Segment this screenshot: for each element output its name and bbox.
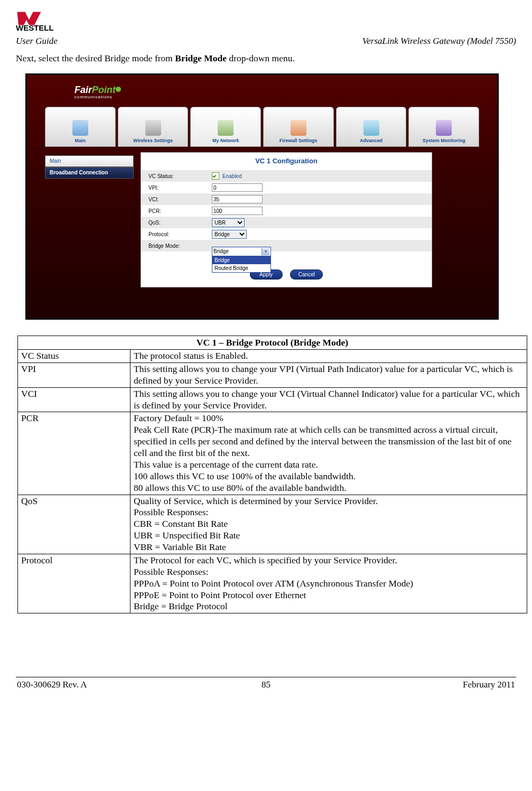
vpi-input[interactable] (212, 183, 263, 192)
protocol-label: Protocol: (141, 231, 212, 237)
firewall-icon (291, 120, 306, 136)
tab-label: My Network (212, 138, 239, 143)
router-ui-screenshot: FairPoint communications Main Wireless S… (25, 73, 499, 320)
intro-text: Next, select the desired Bridge mode fro… (16, 53, 516, 64)
tab-my-network[interactable]: My Network (190, 107, 261, 147)
qos-select[interactable]: UBR (212, 218, 245, 227)
tab-firewall[interactable]: Firewall Settings (263, 107, 334, 147)
vc-status-checkbox[interactable] (212, 172, 219, 180)
advanced-icon (363, 120, 379, 136)
footer-page-number: 85 (16, 680, 516, 690)
bridge-mode-option-routed[interactable]: Routed Bridge (212, 264, 270, 272)
table-row: VCIThis setting allows you to change you… (18, 387, 527, 412)
wireless-icon (145, 120, 161, 136)
tab-wireless[interactable]: Wireless Settings (118, 107, 189, 147)
vci-input[interactable] (212, 195, 263, 203)
doc-header-left: User Guide (16, 36, 58, 46)
westell-logo: WESTELL (16, 11, 516, 34)
cancel-button[interactable]: Cancel (290, 269, 323, 280)
table-row: VPIThis setting allows you to change you… (18, 362, 527, 387)
pcr-label: PCR: (141, 208, 212, 214)
protocol-select[interactable]: Bridge (212, 230, 247, 239)
bridge-mode-selected: Bridge (213, 247, 229, 256)
vc-status-label: VC Status: (141, 173, 212, 179)
tab-label: Wireless Settings (133, 138, 173, 143)
table-row: ProtocolThe Protocol for each VC, which … (18, 554, 527, 613)
tab-label: Firewall Settings (279, 138, 318, 143)
table-title: VC 1 – Bridge Protocol (Bridge Mode) (18, 336, 527, 350)
table-row: PCRFactory Default = 100% Peak Cell Rate… (18, 412, 527, 495)
vc-config-panel: VC 1 Configuration VC Status: Enabled VP… (141, 152, 432, 287)
tab-system-monitoring[interactable]: System Monitoring (408, 107, 479, 147)
panel-title: VC 1 Configuration (141, 153, 432, 170)
tab-label: System Monitoring (423, 138, 465, 143)
sidebar-item-main[interactable]: Main (45, 155, 134, 167)
qos-label: QoS: (141, 220, 212, 226)
home-icon (72, 120, 88, 136)
doc-header-right: VersaLink Wireless Gateway (Model 7550) (362, 36, 516, 46)
table-row: VC StatusThe protocol status is Enabled. (18, 350, 527, 363)
tab-main[interactable]: Main (45, 107, 116, 147)
enabled-label: Enabled (222, 173, 242, 179)
bridge-mode-select[interactable]: Bridge▾ Bridge Routed Bridge (212, 247, 271, 273)
fairpoint-logo: FairPoint communications (74, 85, 121, 99)
pcr-input[interactable] (212, 207, 263, 215)
monitor-icon (436, 120, 452, 136)
bridge-mode-label: Bridge Mode: (141, 243, 212, 249)
svg-text:WESTELL: WESTELL (16, 23, 54, 32)
chevron-down-icon: ▾ (262, 248, 269, 255)
tab-label: Advanced (360, 138, 382, 143)
bridge-mode-option-bridge[interactable]: Bridge (212, 256, 270, 264)
sidebar-item-broadband[interactable]: Broadband Connection (45, 167, 134, 179)
tab-advanced[interactable]: Advanced (336, 107, 407, 147)
tab-label: Main (75, 138, 86, 143)
definitions-table: VC 1 – Bridge Protocol (Bridge Mode) VC … (17, 336, 527, 613)
table-row: QoSQuality of Service, which is determin… (18, 495, 527, 554)
vpi-label: VPI: (141, 185, 212, 191)
network-icon (218, 120, 234, 136)
vci-label: VCI: (141, 197, 212, 202)
